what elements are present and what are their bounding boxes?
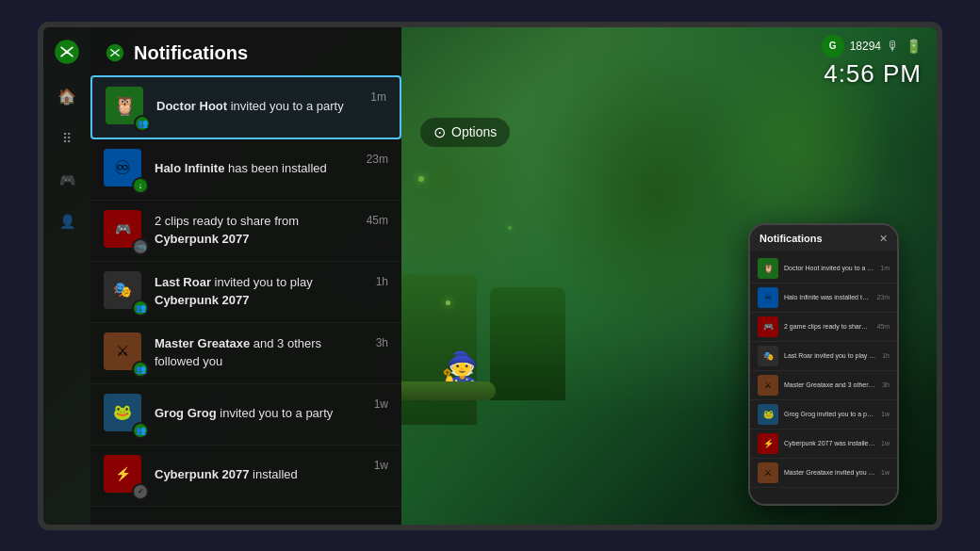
- notification-content-2: Halo Infinite has been installed: [155, 160, 357, 177]
- avatar-badge-7: ✓: [132, 483, 149, 500]
- notification-avatar-4: 🎭 👥: [104, 271, 145, 313]
- avatar-badge-2: ↓: [132, 177, 149, 194]
- phone-notif-time-7: 1w: [881, 440, 890, 446]
- phone-notif-item-4[interactable]: 🎭 Last Roar invited you to play Cyberpun…: [750, 342, 897, 371]
- phone-notif-main-5: Master Greataxe and 3 others followed yo…: [784, 381, 876, 389]
- notification-item-6[interactable]: 🐸 👥 Grog Grog invited you to a party 1w: [90, 384, 401, 446]
- status-bar: G 18294 🎙 🔋 4:56 PM: [822, 35, 922, 89]
- phone-notif-main-3: 2 game clips ready to share from Cyberpu…: [784, 322, 871, 331]
- phone-notif-item-8[interactable]: ⚔ Master Greataxe invited you to a party…: [750, 459, 897, 488]
- notification-content-4: Last Roar invited you to play Cyberpunk …: [155, 274, 367, 308]
- notification-item-5[interactable]: ⚔ 👥 Master Greataxe and 3 others followe…: [90, 323, 401, 384]
- avatar-badge-3: 📹: [132, 238, 149, 255]
- phone-avatar-4: 🎭: [758, 346, 778, 366]
- phone-notif-item-7[interactable]: ⚡ Cyberpunk 2077 was installed to Fil De…: [750, 429, 897, 459]
- notification-text-4: Last Roar invited you to play Cyberpunk …: [155, 274, 367, 308]
- sidebar-icon-profile[interactable]: 👤: [50, 204, 84, 238]
- notifications-header: Notifications: [90, 27, 401, 75]
- phone-avatar-2: ♾: [758, 287, 778, 308]
- sidebar: 🏠 ⠿ 🎮 👤: [43, 27, 90, 525]
- phone-notif-item-5[interactable]: ⚔ Master Greataxe and 3 others followed …: [750, 371, 897, 400]
- notification-time-2: 23m: [367, 153, 388, 166]
- phone-notif-item-2[interactable]: ♾ Halo Infinite was installed to Fil Dea…: [750, 284, 897, 313]
- phone-notif-text-7: Cyberpunk 2077 was installed to Fil Dear…: [784, 439, 875, 447]
- gamerscore-badge: G: [822, 35, 844, 57]
- gamerscore-value: 18294: [850, 40, 881, 53]
- phone-notif-time-6: 1w: [881, 411, 890, 417]
- notification-text-6: Grog Grog invited you to a party: [155, 405, 365, 422]
- notification-avatar-5: ⚔ 👥: [104, 332, 145, 374]
- notification-time-4: 1h: [376, 275, 388, 288]
- notification-item-2[interactable]: ♾ ↓ Halo Infinite has been installed 23m: [90, 139, 401, 201]
- phone-notif-text-5: Master Greataxe and 3 others followed yo…: [784, 381, 876, 389]
- status-icons-row: G 18294 🎙 🔋: [822, 35, 922, 57]
- notification-avatar-7: ⚡ ✓: [104, 455, 145, 496]
- phone-notif-time-1: 1m: [880, 265, 890, 271]
- options-icon: ⊙: [433, 123, 446, 141]
- phone-notif-time-3: 45m: [876, 323, 890, 330]
- time-display: 4:56 PM: [824, 59, 922, 89]
- avatar-badge-5: 👥: [132, 361, 149, 378]
- phone-notif-time-5: 3h: [882, 381, 890, 388]
- sidebar-icon-controller[interactable]: 🎮: [50, 163, 84, 197]
- phone-notif-text-2: Halo Infinite was installed to Fil Dear'…: [784, 293, 871, 301]
- phone-notif-main-2: Halo Infinite was installed to Fil Dear'…: [784, 293, 871, 301]
- notifications-panel: Notifications 🦉 👥 Doctor Hoot invited yo…: [90, 27, 401, 525]
- notification-item-1[interactable]: 🦉 👥 Doctor Hoot invited you to a party 1…: [90, 75, 401, 139]
- phone-notif-time-2: 23m: [876, 294, 890, 300]
- phone-notif-main-8: Master Greataxe invited you to a party..…: [784, 468, 875, 477]
- notification-text-5: Master Greataxe and 3 others followed yo…: [155, 335, 367, 369]
- phone-notif-main-4: Last Roar invited you to play Cyberpunk …: [784, 351, 876, 360]
- options-button[interactable]: ⊙ Options: [420, 118, 510, 147]
- phone-notif-item-3[interactable]: 🎮 2 game clips ready to share from Cyber…: [750, 313, 897, 342]
- notification-text-1: Doctor Hoot invited you to a party: [156, 98, 361, 115]
- tv-frame: 🧙 🏠 ⠿ 🎮 👤 Not: [38, 22, 942, 530]
- notification-content-5: Master Greataxe and 3 others followed yo…: [155, 335, 367, 369]
- phone-avatar-7: ⚡: [758, 433, 778, 454]
- notification-time-5: 3h: [376, 336, 388, 349]
- notification-item-3[interactable]: 🎮 📹 2 clips ready to share from Cyberpun…: [90, 201, 401, 262]
- notification-item-7[interactable]: ⚡ ✓ Cyberpunk 2077 installed 1w: [90, 446, 401, 507]
- phone-close-button[interactable]: ✕: [879, 233, 888, 245]
- notification-content-6: Grog Grog invited you to a party: [155, 405, 365, 422]
- xbox-logo: [54, 39, 80, 65]
- mic-icon: 🎙: [887, 39, 900, 54]
- notification-time-1: 1m: [370, 90, 386, 104]
- notification-avatar-6: 🐸 👥: [104, 394, 145, 435]
- phone-notif-main-7: Cyberpunk 2077 was installed to Fil Dear…: [784, 439, 875, 447]
- notification-time-3: 45m: [367, 214, 388, 227]
- notification-list: 🦉 👥 Doctor Hoot invited you to a party 1…: [90, 75, 401, 525]
- notification-content-3: 2 clips ready to share from Cyberpunk 20…: [155, 213, 357, 247]
- sidebar-icon-home[interactable]: 🏠: [50, 80, 84, 114]
- phone-notifications-list: 🦉 Doctor Hoot invited you to a party 1m …: [750, 251, 897, 504]
- avatar-badge-4: 👥: [132, 300, 149, 316]
- phone-notif-time-4: 1h: [882, 352, 890, 359]
- phone-avatar-6: 🐸: [758, 404, 778, 425]
- notification-time-6: 1w: [374, 397, 388, 411]
- notifications-title: Notifications: [134, 42, 248, 64]
- phone-avatar-8: ⚔: [758, 462, 778, 483]
- phone-notif-time-8: 1w: [881, 469, 890, 476]
- options-label: Options: [451, 124, 497, 139]
- notification-text-2: Halo Infinite has been installed: [155, 160, 357, 177]
- phone-notif-item-6[interactable]: 🐸 Grog Grog invited you to a party 1w: [750, 400, 897, 429]
- notification-avatar-2: ♾ ↓: [104, 149, 145, 190]
- notification-text-7: Cyberpunk 2077 installed: [155, 466, 365, 483]
- battery-icon: 🔋: [906, 39, 922, 54]
- phone-notifications-header: Notifications ✕: [750, 225, 897, 251]
- phone-notif-item-1[interactable]: 🦉 Doctor Hoot invited you to a party 1m: [750, 254, 897, 284]
- phone-mockup: Notifications ✕ 🦉 Doctor Hoot invited yo…: [748, 223, 899, 506]
- notification-content-1: Doctor Hoot invited you to a party: [156, 98, 361, 115]
- sidebar-icon-menu[interactable]: ⠿: [50, 122, 84, 155]
- phone-notif-text-4: Last Roar invited you to play Cyberpunk …: [784, 351, 876, 360]
- notification-time-7: 1w: [374, 459, 388, 472]
- avatar-badge-6: 👥: [132, 422, 149, 439]
- phone-notif-text-8: Master Greataxe invited you to a party..…: [784, 468, 875, 477]
- phone-avatar-3: 🎮: [758, 316, 778, 337]
- phone-avatar-1: 🦉: [758, 258, 778, 279]
- notification-text-3: 2 clips ready to share from Cyberpunk 20…: [155, 213, 357, 247]
- phone-notif-text-6: Grog Grog invited you to a party: [784, 410, 875, 418]
- notification-item-4[interactable]: 🎭 👥 Last Roar invited you to play Cyberp…: [90, 262, 401, 323]
- avatar-badge-1: 👥: [134, 115, 151, 132]
- xbox-small-logo: [106, 43, 124, 62]
